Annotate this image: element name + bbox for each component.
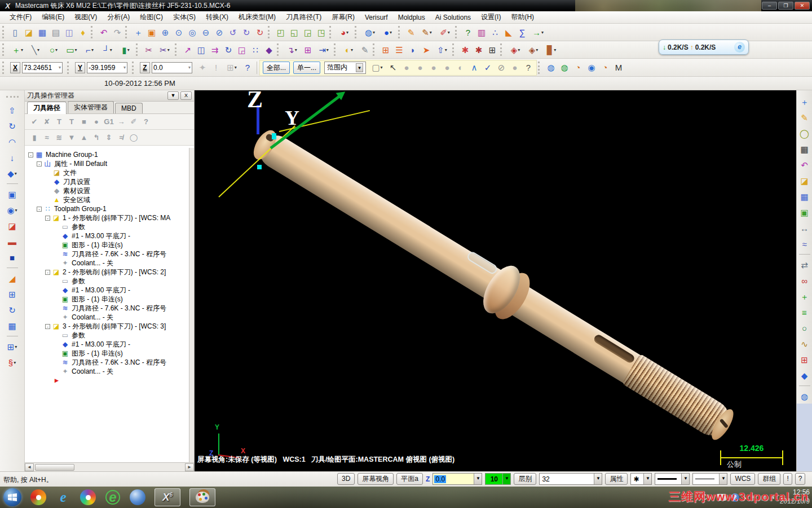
tree-row-4[interactable]: ◆素材设置 [25,186,189,195]
rotate-view-icon[interactable]: ↺ [226,25,240,39]
analyze-angle-icon[interactable]: ◣ [502,25,515,39]
rb-green-box-icon[interactable]: ▣ [798,205,811,219]
sketch-multi-icon[interactable]: ✎▾ [418,25,436,39]
wcs-button[interactable]: WCS [730,473,755,485]
tree-expander[interactable]: - [45,324,50,329]
menu-item-4[interactable]: 绘图(C) [135,11,168,23]
tree-row-5[interactable]: ▲安全区域 [25,195,189,204]
select-poly-icon[interactable]: ● [413,61,427,75]
minimize-button[interactable]: – [762,2,777,10]
regen-selected-icon[interactable]: T [53,116,65,128]
surface-blend-icon[interactable]: ◗ [406,43,420,56]
z-depth-field[interactable]: 0.0▼ [433,473,482,485]
solid-trim-icon[interactable]: ◪ [6,219,19,233]
xform-rotate-icon[interactable]: ↻ [222,43,235,56]
tab-MBD[interactable]: MBD [115,103,143,113]
tree-row-11[interactable]: ≋刀具路径 - 7.6K - 3.NC - 程序号 [25,249,189,259]
grid-snap-icon[interactable]: ⊞▾ [223,61,241,75]
menu-item-3[interactable]: 分析(A) [102,11,135,23]
zoom-target-icon[interactable]: ◎ [186,25,199,39]
tree-row-2[interactable]: ◪文件 [25,168,189,177]
select-none-icon[interactable]: ⊘ [495,61,508,75]
coord-help-icon[interactable]: ? [241,61,254,75]
move-up-icon[interactable]: ▲ [78,132,90,144]
blank-entity-icon[interactable]: ◐▾ [340,43,358,56]
exclaim-button[interactable]: ! [783,473,792,485]
menu-item-1[interactable]: 编辑(E) [37,11,69,23]
tree-row-24[interactable]: ✦Coolant... - 关 [25,367,189,376]
sketch-pencil-icon[interactable]: ✎ [404,25,418,39]
select-vector-icon[interactable]: ● [427,61,440,75]
verisurf-build-icon[interactable]: ◍ [544,61,558,75]
iso-view-icon[interactable]: ◰ [274,25,288,39]
menu-item-5[interactable]: 实体(S) [168,11,201,23]
tree-row-17[interactable]: ≋刀具路径 - 7.6K - 3.NC - 程序号 [25,304,189,313]
rb-diamond-icon[interactable]: ◆ [798,369,811,382]
pan-icon[interactable]: ＋ [131,25,145,39]
attributes-button[interactable]: 属性 [605,473,628,485]
layer-field[interactable]: 32▼ [539,473,602,485]
rb-chain-icon[interactable]: ≈ [798,237,811,251]
tree-expander[interactable]: - [45,216,50,221]
select-sphere-icon[interactable]: ◐ [454,61,467,75]
ie-browser-icon[interactable]: e [734,42,745,52]
close-button[interactable]: ✕ [795,2,810,10]
create-line-icon[interactable]: ╲▾ [27,43,45,56]
ops-horizontal-scrollbar[interactable]: ◄ ► [25,462,194,471]
tree-row-22[interactable]: ▣图形 - (1) 串连(s) [25,349,189,358]
lock-ops-icon[interactable]: ▮ [28,132,41,144]
highfeed-icon[interactable]: ✐ [127,116,140,128]
solid-face-icon[interactable]: ◆▾ [3,167,21,180]
tree-expander[interactable]: - [45,270,50,275]
hscroll-left-arrow[interactable]: ◄ [25,463,34,471]
pattern-icon[interactable]: ⊞ [301,43,315,56]
verisurf-shield-icon[interactable]: ◍ [558,61,571,75]
zoom-out-icon[interactable]: ⊘ [213,25,226,39]
selection-range-dropdown[interactable]: 范围内▼ [324,62,366,74]
menu-item-10[interactable]: Verisurf [360,12,393,23]
point-style-dropdown[interactable]: ✱▼ [630,473,652,485]
color-dropdown-arrow[interactable]: ▼ [502,474,510,484]
move-down-icon[interactable]: ▼ [65,132,78,144]
tree-row-8[interactable]: ▭参数 [25,222,189,231]
xform-project-icon[interactable]: ◆ [262,43,276,56]
current-color-field[interactable]: 10▼ [485,473,511,485]
solid-thread-icon[interactable]: §▾ [3,356,21,369]
xform-scale-icon[interactable]: ◲ [235,43,249,56]
select-all-button[interactable]: 全部... [263,62,290,74]
rb-red-grid-icon[interactable]: ⊞ [798,353,811,366]
menu-item-6[interactable]: 转换(X) [201,11,233,23]
tree-row-12[interactable]: ✦Coolant... - 关 [25,259,189,268]
rb-open-icon[interactable]: ◪ [798,174,811,187]
unselect-all-ops-icon[interactable]: ✘ [41,116,53,128]
only-display-icon[interactable]: ◯ [127,132,140,144]
undo-icon[interactable]: ↶ [97,25,111,39]
maximize-button[interactable]: ❐ [778,2,793,10]
note-pen-icon[interactable]: ✎ [358,43,372,56]
tree-expander[interactable]: - [28,152,33,157]
solid-pattern-icon[interactable]: ⊞▾ [3,340,21,353]
create-chamfer-icon[interactable]: ┘▾ [99,43,117,56]
new-file-icon[interactable]: ▯ [8,25,22,39]
redo-icon[interactable]: ↷ [111,25,124,39]
select-cursor-icon[interactable]: ↖ [386,61,400,75]
rb-lines-icon[interactable]: ≡ [798,305,811,319]
solid-shell-icon[interactable]: ▣ [6,187,19,201]
viewport-canvas[interactable]: Z Y Y X Z 屏幕视角:未保存 (等视图) WCS:1 刀具/绘图平面:M… [195,90,796,471]
sogou-pinyin-icon[interactable] [30,489,46,505]
verisurf-orange-2-icon[interactable]: ◔ [598,61,612,75]
rb-save-icon[interactable]: ▦ [798,190,811,203]
solid-mesh-icon[interactable]: ⊞ [6,287,19,301]
screen-view-button[interactable]: 屏幕视角 [358,473,394,485]
create-cylinder-icon[interactable]: ▮▾ [117,43,135,56]
hscroll-thumb[interactable] [35,464,74,471]
tree-row-9[interactable]: ◆#1 - M3.00 平底刀 - [25,231,189,240]
net-speed-widget[interactable]: ↓ 0.2K/S ↑ 0.2K/S e [659,40,749,55]
rb-glasses-icon[interactable]: ∞ [798,274,811,287]
menu-item-14[interactable]: 帮助(H) [506,11,539,23]
solid-boolean-icon[interactable]: ◉▾ [3,203,21,217]
zoom-out-window-icon[interactable]: ⊖ [199,25,213,39]
exit-analyze-icon[interactable]: →▾ [529,25,547,39]
menu-item-9[interactable]: 屏幕(R) [326,11,360,23]
analyze-sum-icon[interactable]: ∑ [515,25,529,39]
